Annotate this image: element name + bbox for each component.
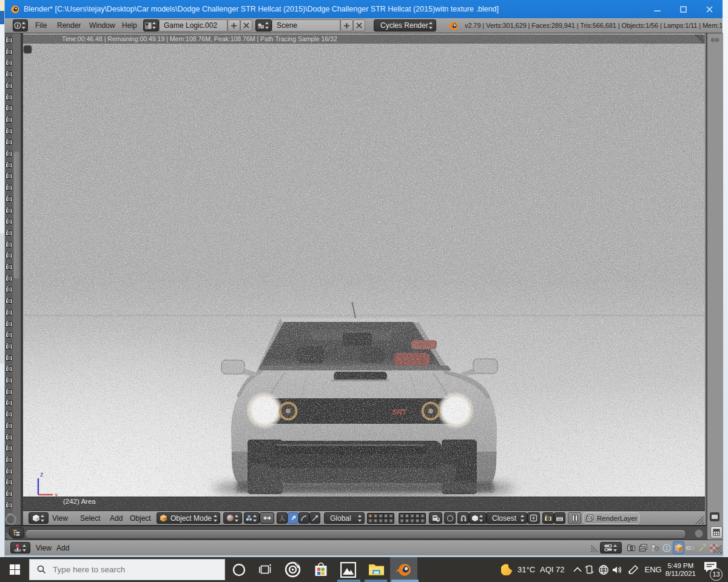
layer-button[interactable]	[405, 513, 410, 518]
camera-icon[interactable]	[5, 490, 13, 497]
camera-icon[interactable]	[5, 93, 13, 100]
scene-add-button[interactable]	[340, 19, 353, 32]
maximize-button[interactable]	[670, 0, 696, 18]
layer-buttons-group1[interactable]	[367, 513, 394, 524]
taskbar-item-target-app[interactable]	[278, 557, 307, 582]
layer-button[interactable]	[373, 518, 379, 523]
editor-type-3dview-button[interactable]	[29, 512, 49, 524]
layer-button[interactable]	[368, 518, 373, 523]
view3d-menu-object[interactable]: Object	[130, 514, 151, 523]
camera-icon[interactable]	[5, 331, 13, 338]
layer-button[interactable]	[388, 518, 394, 523]
layer-button[interactable]	[405, 518, 410, 523]
3d-viewport-render[interactable]: SRT	[23, 33, 705, 510]
layer-button[interactable]	[399, 518, 405, 523]
camera-icon[interactable]	[5, 252, 13, 258]
camera-icon[interactable]	[5, 184, 13, 190]
logic-menu-add[interactable]: Add	[56, 544, 69, 552]
tray-language[interactable]: ENG	[645, 565, 662, 574]
camera-icon[interactable]	[5, 286, 13, 292]
taskbar-item-store[interactable]	[307, 557, 334, 582]
layer-button[interactable]	[388, 513, 394, 518]
right-strip-bottom-icon[interactable]	[709, 511, 721, 523]
start-button[interactable]	[0, 557, 29, 582]
camera-icon[interactable]	[5, 116, 13, 122]
view3d-menu-select[interactable]: Select	[80, 514, 100, 523]
camera-icon[interactable]	[5, 309, 13, 315]
taskbar-item-photos[interactable]	[334, 557, 362, 582]
layer-button[interactable]	[378, 518, 383, 523]
pivot-point-dropdown[interactable]	[244, 512, 260, 524]
area-corner-grip-properties-left[interactable]	[591, 544, 599, 552]
properties-sliver-button[interactable]	[710, 526, 723, 538]
snap-element-dropdown[interactable]	[469, 512, 487, 524]
minimize-button[interactable]	[644, 0, 670, 18]
layer-button[interactable]	[420, 518, 425, 523]
opengl-render-button[interactable]	[542, 512, 554, 524]
layer-button[interactable]	[373, 513, 379, 518]
camera-icon[interactable]	[5, 218, 13, 224]
layer-button[interactable]	[410, 513, 415, 518]
taskbar-item-cortana[interactable]	[225, 557, 252, 582]
your-phone-icon[interactable]	[584, 564, 595, 575]
camera-icon[interactable]	[5, 422, 13, 429]
area-corner-grip-properties-right[interactable]	[712, 544, 722, 554]
menu-file[interactable]: File	[35, 21, 47, 30]
left-strip-scroll-thumb[interactable]	[14, 152, 19, 279]
camera-icon[interactable]	[5, 354, 13, 361]
snap-target-button[interactable]	[527, 512, 540, 524]
mode-dropdown[interactable]: Object Mode	[157, 512, 220, 524]
camera-icon[interactable]	[5, 82, 13, 89]
editor-type-properties-button[interactable]	[600, 542, 622, 554]
region-expand-widget[interactable]	[24, 45, 32, 53]
camera-icon[interactable]	[5, 195, 13, 202]
properties-tab-scene[interactable]	[649, 541, 661, 554]
scene-browse-button[interactable]	[255, 19, 272, 32]
tray-clock[interactable]: 5:49 PM 8/11/2021	[666, 562, 696, 578]
tray-temperature[interactable]: 31°C	[517, 565, 535, 574]
outliner-search-field[interactable]	[25, 529, 686, 539]
manipulator-rotate-button[interactable]	[298, 512, 309, 524]
properties-tab-render[interactable]	[625, 541, 637, 554]
tray-aqi[interactable]: AQI 72	[540, 565, 564, 574]
layer-button[interactable]	[383, 518, 389, 523]
layer-buttons-group2[interactable]	[399, 513, 426, 524]
view3d-menu-add[interactable]: Add	[110, 514, 123, 523]
search-input[interactable]	[52, 564, 200, 575]
camera-icon[interactable]	[5, 36, 13, 43]
layer-button[interactable]	[383, 513, 389, 518]
properties-tab-object[interactable]	[673, 541, 684, 554]
area-corner-grip-3dheader[interactable]	[694, 515, 704, 524]
volume-icon[interactable]	[612, 565, 623, 575]
camera-icon[interactable]	[5, 263, 13, 270]
camera-icon[interactable]	[5, 48, 13, 55]
logic-menu-view[interactable]: View	[36, 544, 52, 552]
render-engine-dropdown[interactable]: Cycles Render	[374, 19, 436, 32]
camera-icon[interactable]	[5, 320, 13, 327]
view3d-menu-view[interactable]: View	[52, 514, 68, 523]
layer-button[interactable]	[378, 513, 383, 518]
transform-orientation-dropdown[interactable]: Global	[324, 512, 365, 524]
camera-icon[interactable]	[5, 150, 13, 156]
layer-button[interactable]	[368, 513, 373, 518]
camera-icon[interactable]	[5, 297, 13, 304]
layer-button[interactable]	[420, 513, 425, 518]
properties-tab-constraints[interactable]	[685, 541, 696, 554]
taskbar-item-blender[interactable]	[390, 557, 417, 582]
menu-window[interactable]: Window	[89, 21, 115, 30]
right-strip-widget-icon[interactable]	[710, 36, 721, 44]
camera-icon[interactable]	[5, 229, 13, 236]
layer-button[interactable]	[415, 513, 420, 518]
taskbar-item-file-explorer[interactable]	[362, 557, 390, 582]
manipulator-toggle[interactable]	[260, 512, 274, 524]
menu-help[interactable]: Help	[122, 21, 137, 30]
camera-icon[interactable]	[5, 444, 13, 451]
camera-icon[interactable]	[5, 138, 13, 145]
viewport-shading-dropdown[interactable]	[223, 512, 242, 524]
manipulator-scale-button[interactable]	[309, 512, 320, 524]
screen-layout-browse-button[interactable]	[143, 19, 159, 32]
layer-button[interactable]	[415, 518, 420, 523]
camera-icon[interactable]	[5, 161, 13, 168]
screen-layout-name-field[interactable]: Game Logic.002	[159, 19, 228, 32]
camera-icon[interactable]	[5, 410, 13, 417]
